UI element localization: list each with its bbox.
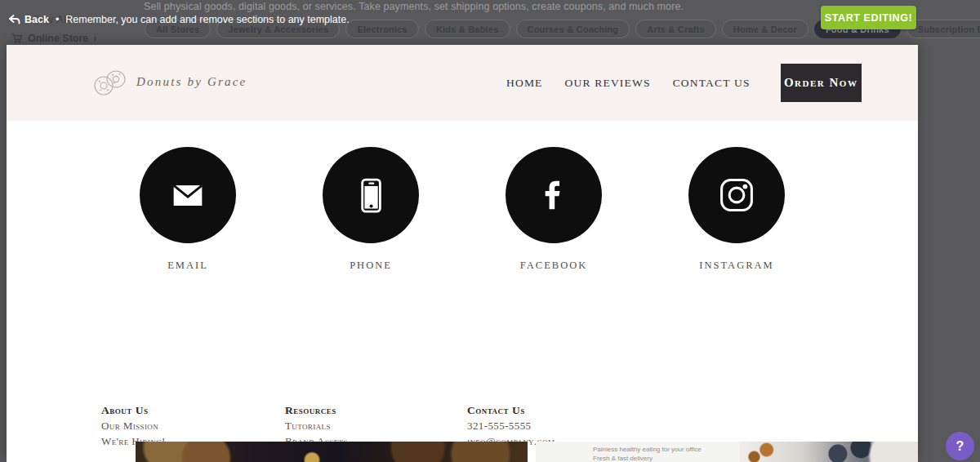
footer-link-our-mission[interactable]: Our Mission <box>101 420 166 433</box>
instagram-circle-button[interactable] <box>688 147 785 243</box>
nav-link-our-reviews[interactable]: OUR REVIEWS <box>565 77 651 90</box>
sidebar-item-online-store[interactable]: Online Store › <box>11 33 97 44</box>
help-button[interactable]: ? <box>946 432 974 460</box>
online-store-label: Online Store <box>28 33 88 44</box>
contact-item-facebook: FACEBOOK <box>506 147 602 272</box>
nav-link-contact-us[interactable]: CONTACT US <box>673 77 751 90</box>
chevron-right-icon: › <box>93 33 96 44</box>
footer-heading: About Us <box>101 404 166 417</box>
category-pill-courses-coaching[interactable]: Courses & Coaching <box>516 20 630 38</box>
instagram-icon <box>715 174 758 216</box>
gallery-image-blueberries <box>740 442 918 462</box>
separator-dot: • <box>56 14 59 25</box>
contact-label-phone: PHONE <box>323 260 419 272</box>
footer-heading: Contact Us <box>467 404 555 417</box>
envelope-icon <box>167 174 209 216</box>
nav-link-home[interactable]: HOME <box>506 77 543 90</box>
gallery-card-healthy-eating[interactable]: Painless healthy eating for your office … <box>536 442 918 462</box>
gallery-card-line: Painless healthy eating for your office <box>593 445 702 454</box>
contact-item-phone: PHONE <box>323 147 419 272</box>
start-editing-button[interactable]: START EDITING! <box>821 6 916 29</box>
overlay-topbar: Back • Remember, you can add and remove … <box>8 14 350 25</box>
gallery-card-line: Fresh & fast delivery <box>593 454 702 462</box>
footer-heading: Resources <box>285 404 348 417</box>
category-pill-kids-babies[interactable]: Kids & Babies <box>425 20 510 38</box>
site-header: Donuts by Grace HOME OUR REVIEWS CONTACT… <box>7 45 918 121</box>
reminder-text: Remember, you can add and remove section… <box>65 14 349 25</box>
contact-item-email: EMAIL <box>140 147 236 272</box>
template-gallery-screen: Sell physical goods, digital goods, or s… <box>0 0 980 462</box>
site-nav: HOME OUR REVIEWS CONTACT US Order Now <box>506 45 862 121</box>
brand-logo[interactable]: Donuts by Grace <box>92 66 247 97</box>
category-pill-subscription-box[interactable]: Subscription Box <box>906 20 980 38</box>
back-arrow-icon <box>8 15 20 24</box>
contact-item-instagram: INSTAGRAM <box>688 147 785 272</box>
template-preview-panel: Donuts by Grace HOME OUR REVIEWS CONTACT… <box>7 45 918 462</box>
phone-circle-button[interactable] <box>323 147 419 243</box>
category-pill-home-decor[interactable]: Home & Decor <box>722 20 808 38</box>
contact-label-instagram: INSTAGRAM <box>688 260 785 272</box>
gallery-card-text: Painless healthy eating for your office … <box>593 445 702 462</box>
category-pill-arts-crafts[interactable]: Arts & Crafts <box>635 20 715 38</box>
category-subtitle: Sell physical goods, digital goods, or s… <box>144 1 684 12</box>
category-pill-electronics[interactable]: Electronics <box>345 20 419 38</box>
back-label: Back <box>24 14 49 25</box>
cart-icon <box>11 33 23 44</box>
smartphone-icon <box>350 174 392 216</box>
order-now-button[interactable]: Order Now <box>781 64 862 102</box>
brand-name: Donuts by Grace <box>136 75 247 89</box>
gallery-image-donut-shop[interactable] <box>136 442 528 462</box>
facebook-circle-button[interactable] <box>506 147 602 243</box>
back-button[interactable]: Back <box>8 14 49 25</box>
footer-link-tutorials[interactable]: Tutorials <box>285 420 348 433</box>
donuts-logo-icon <box>92 66 127 97</box>
footer-link-phone-number[interactable]: 321-555-5555 <box>467 420 555 433</box>
facebook-icon <box>532 174 575 216</box>
contact-label-email: EMAIL <box>140 260 236 272</box>
email-circle-button[interactable] <box>140 147 236 243</box>
contact-label-facebook: FACEBOOK <box>506 260 602 272</box>
